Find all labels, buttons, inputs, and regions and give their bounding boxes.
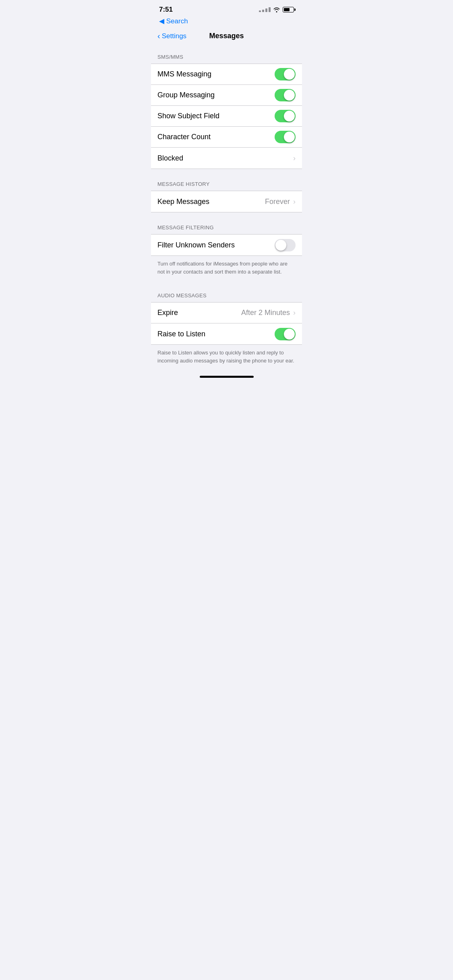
- expire-chevron-icon: ›: [293, 309, 296, 317]
- wifi-icon: [273, 7, 280, 12]
- status-bar: 7:51: [151, 0, 302, 16]
- blocked-right: ›: [293, 154, 296, 163]
- keep-messages-right: Forever ›: [265, 198, 296, 206]
- keep-messages-label: Keep Messages: [157, 198, 265, 206]
- show-subject-field-toggle[interactable]: [275, 110, 296, 122]
- back-chevron-icon: ‹: [157, 31, 160, 41]
- character-count-row[interactable]: Character Count: [151, 127, 302, 148]
- status-icons: [259, 7, 294, 12]
- section-header-sms-mms: SMS/MMS: [151, 45, 302, 64]
- home-bar: [200, 376, 254, 378]
- character-count-toggle[interactable]: [275, 131, 296, 143]
- message-filtering-group: Filter Unknown Senders: [151, 234, 302, 256]
- expire-row[interactable]: Expire After 2 Minutes ›: [151, 303, 302, 323]
- keep-messages-chevron-icon: ›: [293, 198, 296, 206]
- section-header-audio-messages: AUDIO MESSAGES: [151, 284, 302, 302]
- battery-icon: [283, 7, 294, 12]
- section-label-message-history: MESSAGE HISTORY: [157, 181, 210, 187]
- section-header-message-history: MESSAGE HISTORY: [151, 172, 302, 191]
- home-indicator: [151, 373, 302, 382]
- blocked-row[interactable]: Blocked ›: [151, 148, 302, 169]
- raise-to-listen-knob: [284, 329, 295, 340]
- page-title: Messages: [209, 32, 244, 40]
- message-history-group: Keep Messages Forever ›: [151, 191, 302, 212]
- expire-value: After 2 Minutes: [241, 309, 290, 317]
- mms-messaging-toggle[interactable]: [275, 68, 296, 80]
- section-header-message-filtering: MESSAGE FILTERING: [151, 216, 302, 234]
- blocked-chevron-icon: ›: [293, 154, 296, 163]
- character-count-label: Character Count: [157, 133, 275, 141]
- spacer-2: [151, 212, 302, 216]
- search-back-bar: ◀ Search: [151, 16, 302, 29]
- filter-unknown-senders-knob: [275, 240, 286, 251]
- section-label-sms-mms: SMS/MMS: [157, 54, 183, 60]
- mms-messaging-label: MMS Messaging: [157, 70, 275, 78]
- group-messaging-toggle[interactable]: [275, 89, 296, 101]
- group-messaging-label: Group Messaging: [157, 91, 275, 99]
- blocked-label: Blocked: [157, 154, 293, 163]
- character-count-knob: [284, 132, 295, 142]
- audio-messages-group: Expire After 2 Minutes › Raise to Listen: [151, 302, 302, 345]
- search-back-label: ◀ Search: [159, 17, 188, 25]
- filter-unknown-senders-row[interactable]: Filter Unknown Senders: [151, 235, 302, 255]
- show-subject-field-knob: [284, 111, 295, 121]
- audio-messages-footer: Raise to Listen allows you to quickly li…: [151, 345, 302, 373]
- mms-messaging-row[interactable]: MMS Messaging: [151, 64, 302, 85]
- back-label: Settings: [162, 32, 186, 40]
- expire-label: Expire: [157, 309, 241, 317]
- signal-icon: [259, 7, 271, 12]
- back-button[interactable]: ‹ Settings: [157, 31, 186, 41]
- spacer-1: [151, 169, 302, 172]
- nav-header: ‹ Settings Messages: [151, 29, 302, 45]
- show-subject-field-label: Show Subject Field: [157, 112, 275, 120]
- filter-unknown-senders-toggle[interactable]: [275, 239, 296, 251]
- section-label-message-filtering: MESSAGE FILTERING: [157, 224, 214, 231]
- raise-to-listen-label: Raise to Listen: [157, 330, 275, 338]
- section-label-audio-messages: AUDIO MESSAGES: [157, 292, 207, 299]
- group-messaging-knob: [284, 90, 295, 101]
- keep-messages-row[interactable]: Keep Messages Forever ›: [151, 191, 302, 212]
- group-messaging-row[interactable]: Group Messaging: [151, 85, 302, 106]
- show-subject-field-row[interactable]: Show Subject Field: [151, 106, 302, 127]
- sms-mms-group: MMS Messaging Group Messaging Show Subje…: [151, 64, 302, 169]
- message-filtering-footer-text: Turn off notifications for iMessages fro…: [157, 261, 288, 275]
- raise-to-listen-row[interactable]: Raise to Listen: [151, 323, 302, 344]
- mms-messaging-knob: [284, 69, 295, 80]
- expire-right: After 2 Minutes ›: [241, 309, 296, 317]
- status-time: 7:51: [159, 6, 173, 14]
- filter-unknown-senders-label: Filter Unknown Senders: [157, 241, 275, 249]
- audio-messages-footer-text: Raise to Listen allows you to quickly li…: [157, 350, 294, 364]
- keep-messages-value: Forever: [265, 198, 290, 206]
- message-filtering-footer: Turn off notifications for iMessages fro…: [151, 256, 302, 284]
- raise-to-listen-toggle[interactable]: [275, 328, 296, 340]
